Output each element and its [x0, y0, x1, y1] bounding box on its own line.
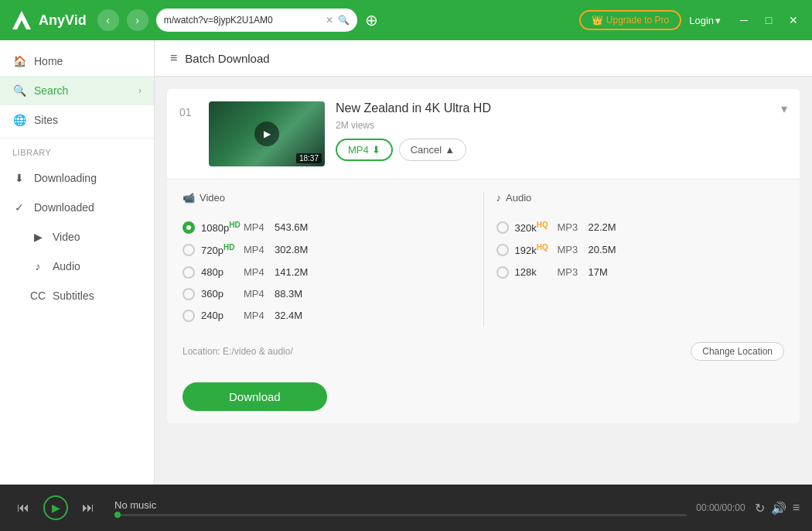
- radio-720p[interactable]: [183, 244, 195, 256]
- sidebar-item-search[interactable]: 🔍 Search ›: [0, 76, 154, 105]
- location-row: Location: E:/video & audio/ Change Locat…: [183, 336, 784, 361]
- collapse-icon: ▲: [445, 144, 455, 156]
- sidebar-item-sites[interactable]: 🌐 Sites: [0, 105, 154, 135]
- forward-button[interactable]: ›: [127, 9, 148, 31]
- format-select-button[interactable]: MP4 ⬇: [336, 139, 393, 161]
- radio-360p[interactable]: [183, 288, 195, 300]
- audio-col-label: Audio: [506, 192, 531, 204]
- audio-icon: ♪: [31, 259, 45, 273]
- radio-320k[interactable]: [496, 221, 509, 234]
- video-list: 01 ▶ 18:37 New Zealand in 4K Ultra HD 2M…: [155, 77, 812, 485]
- video-col-icon: 📹: [183, 192, 195, 204]
- fmt-240p: MP4: [244, 310, 275, 321]
- app-name: AnyVid: [39, 12, 87, 29]
- video-card: 01 ▶ 18:37 New Zealand in 4K Ultra HD 2M…: [167, 89, 800, 423]
- fmt-1080p: MP4: [244, 221, 275, 233]
- radio-128k[interactable]: [496, 266, 509, 279]
- format-columns: 📹 Video 1080pHD MP4 543.6M: [183, 192, 784, 327]
- format-divider: [483, 192, 484, 327]
- progress-dot: [114, 512, 121, 518]
- expand-icon[interactable]: ▾: [781, 101, 787, 116]
- size-720p: 302.8M: [275, 244, 317, 255]
- video-views: 2M views: [336, 120, 770, 131]
- download-button[interactable]: Download: [183, 382, 327, 411]
- format-row-480p: 480p MP4 141.2M: [183, 262, 471, 283]
- sidebar-item-audio[interactable]: ♪ Audio: [0, 252, 154, 281]
- radio-480p[interactable]: [183, 266, 195, 279]
- radio-240p[interactable]: [183, 310, 195, 322]
- window-controls: ─ □ ✕: [735, 11, 803, 29]
- sites-icon: 🌐: [12, 113, 26, 127]
- change-location-button[interactable]: Change Location: [691, 342, 784, 361]
- sites-label: Sites: [34, 114, 58, 126]
- duration-badge: 18:37: [296, 153, 322, 163]
- format-row-360p: 360p MP4 88.3M: [183, 283, 471, 305]
- batch-icon: ≡: [170, 51, 177, 65]
- format-row-240p: 240p MP4 32.4M: [183, 305, 471, 327]
- progress-bar[interactable]: [114, 514, 687, 516]
- res-720p: 720pHD: [201, 243, 244, 256]
- size-192k: 20.5M: [589, 244, 631, 255]
- chevron-down-icon: ▾: [715, 15, 721, 26]
- size-240p: 32.4M: [275, 310, 317, 321]
- video-header: 01 ▶ 18:37 New Zealand in 4K Ultra HD 2M…: [167, 89, 800, 179]
- fmt-360p: MP4: [244, 288, 275, 300]
- volume-button[interactable]: 🔊: [771, 501, 786, 516]
- home-label: Home: [34, 55, 63, 67]
- video-col-header: 📹 Video: [183, 192, 471, 207]
- res-1080p: 1080pHD: [201, 221, 244, 234]
- cancel-button[interactable]: Cancel ▲: [399, 139, 466, 161]
- video-info: New Zealand in 4K Ultra HD 2M views MP4 …: [336, 101, 770, 161]
- video-col-label: Video: [200, 192, 225, 204]
- audio-label: Audio: [53, 260, 80, 272]
- maximize-button[interactable]: □: [759, 11, 778, 29]
- video-format-col: 📹 Video 1080pHD MP4 543.6M: [183, 192, 471, 327]
- minimize-button[interactable]: ─: [735, 11, 753, 29]
- login-button[interactable]: Login ▾: [689, 15, 721, 26]
- format-row-720p: 720pHD MP4 302.8M: [183, 238, 471, 261]
- url-clear[interactable]: ✕: [326, 15, 333, 26]
- player-bar: ⏮ ▶ ⏭ No music 00:00/00:00 ↻ 🔊 ≡: [0, 485, 812, 531]
- sidebar-item-home[interactable]: 🏠 Home: [0, 46, 154, 76]
- radio-1080p[interactable]: [183, 221, 195, 234]
- home-icon: 🏠: [12, 54, 26, 68]
- playlist-button[interactable]: ≡: [793, 501, 800, 515]
- fmt-128k: MP3: [558, 266, 589, 278]
- format-panel: 📹 Video 1080pHD MP4 543.6M: [167, 179, 800, 373]
- sidebar-item-downloaded[interactable]: ✓ Downloaded: [0, 193, 154, 222]
- sidebar: 🏠 Home 🔍 Search › 🌐 Sites Library ⬇ Down…: [0, 40, 155, 485]
- close-button[interactable]: ✕: [784, 11, 803, 29]
- upgrade-button[interactable]: 👑 Upgrade to Pro: [579, 10, 681, 30]
- audio-col-header: ♪ Audio: [496, 192, 785, 207]
- subtitles-label: Subtitles: [53, 289, 94, 302]
- sidebar-item-downloading[interactable]: ⬇ Downloading: [0, 163, 154, 193]
- change-location-label: Change Location: [702, 346, 773, 357]
- player-right: ↻ 🔊 ≡: [755, 501, 800, 516]
- add-tab-button[interactable]: ⊕: [365, 11, 378, 29]
- url-text: m/watch?v=8jypK2U1AM0: [164, 15, 321, 26]
- thumbnail: ▶ 18:37: [209, 101, 325, 166]
- downloaded-label: Downloaded: [34, 201, 94, 214]
- size-1080p: 543.6M: [275, 221, 317, 233]
- play-pause-button[interactable]: ▶: [43, 495, 68, 520]
- download-btn-row: Download: [167, 373, 800, 423]
- audio-format-col: ♪ Audio 320kHQ MP3 22.2M: [496, 192, 785, 327]
- sidebar-item-video[interactable]: ▶ Video: [0, 222, 154, 252]
- search-arrow-icon: ›: [138, 85, 142, 96]
- size-320k: 22.2M: [589, 221, 631, 233]
- player-info: No music: [114, 499, 687, 516]
- res-320k: 320kHQ: [515, 221, 558, 234]
- prev-button[interactable]: ⏮: [12, 497, 34, 519]
- item-number: 01: [179, 106, 198, 118]
- back-button[interactable]: ‹: [97, 9, 119, 31]
- size-128k: 17M: [589, 266, 631, 278]
- crown-icon: 👑: [592, 15, 603, 26]
- play-overlay[interactable]: ▶: [254, 122, 279, 146]
- radio-192k[interactable]: [496, 244, 509, 256]
- next-button[interactable]: ⏭: [77, 497, 99, 519]
- res-240p: 240p: [201, 310, 244, 321]
- sidebar-item-subtitles[interactable]: CC Subtitles: [0, 281, 154, 310]
- downloaded-icon: ✓: [12, 200, 26, 214]
- fmt-192k: MP3: [558, 244, 589, 255]
- repeat-button[interactable]: ↻: [755, 501, 765, 516]
